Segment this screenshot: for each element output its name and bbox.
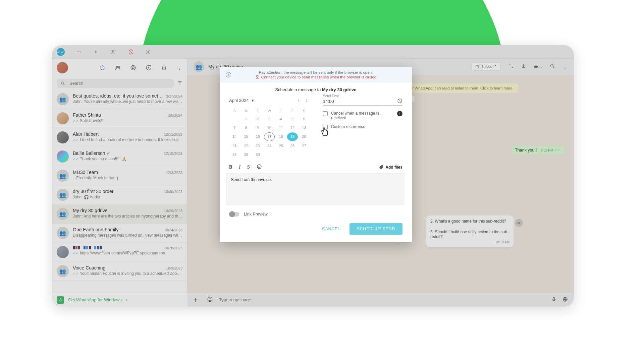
chat-list-item[interactable]: 👥My dry 30 gdrive10/29/2023John: And her… xyxy=(52,204,187,224)
tab-chats-icon[interactable]: ✓✓ xyxy=(57,48,65,56)
chat-list-item[interactable]: 👥Best quotes, ideas, etc. if you love so… xyxy=(52,90,187,109)
chat-list-item[interactable]: 👥dry 30 first 30 order10/30/2023John: 🎧 … xyxy=(52,185,187,204)
calendar-day-header: W xyxy=(264,108,275,114)
tab-messages-icon[interactable]: ▭ xyxy=(75,48,82,56)
info-dot-icon[interactable]: i xyxy=(397,111,402,116)
calendar-day[interactable]: 28 xyxy=(229,150,240,159)
schedule-modal: i Pay attention, the message will be sen… xyxy=(220,67,412,242)
calendar-day[interactable]: 30 xyxy=(252,150,263,159)
message-textarea[interactable]: Send Tom the invoice. xyxy=(226,173,405,205)
header-menu-icon[interactable]: ⋮ xyxy=(562,64,568,70)
calendar-day[interactable]: 27 xyxy=(299,142,310,150)
cancel-button[interactable]: CANCEL xyxy=(317,223,345,235)
time-input[interactable] xyxy=(323,97,402,106)
forward-icon[interactable]: ➦ xyxy=(515,219,523,227)
checkbox-icon[interactable] xyxy=(323,111,328,116)
chat-avatar[interactable]: 👥 xyxy=(194,61,204,72)
calendar-day[interactable]: 4 xyxy=(275,115,286,123)
message-input-bar: + xyxy=(187,293,574,307)
chat-item-avatar: 👥 xyxy=(57,93,69,105)
search-input[interactable]: Search xyxy=(57,79,174,88)
calendar-day[interactable]: 1 xyxy=(241,115,252,123)
sync-off-icon[interactable] xyxy=(127,48,135,56)
time-field[interactable]: Send Time xyxy=(323,97,402,106)
chat-item-name: Father Shinto xyxy=(73,112,101,118)
month-picker[interactable]: April 2024 ▾ xyxy=(229,98,293,103)
calendar-day[interactable]: 20 xyxy=(299,132,310,141)
chat-list-item[interactable]: Ballie Ballerson✔12/10/2023✓✓Thank you s… xyxy=(52,147,187,166)
calendar-day[interactable]: 6 xyxy=(299,115,310,123)
calendar-day[interactable]: 9 xyxy=(252,124,263,132)
calendar-day[interactable]: 23 xyxy=(252,142,263,150)
calendar-day[interactable]: 2 xyxy=(252,115,263,123)
chat-list-item[interactable]: Alan Halbert12/11/2023✓✓I tried to find … xyxy=(52,128,187,147)
custom-recurrence-option[interactable]: Custom recurrence xyxy=(323,124,402,129)
calendar-day[interactable]: 25 xyxy=(275,142,286,150)
calendar-day[interactable]: 22 xyxy=(241,142,252,150)
user-avatar[interactable] xyxy=(57,62,68,73)
notice-line-2[interactable]: Connect your device to send messages whe… xyxy=(261,75,376,79)
link-preview-toggle[interactable] xyxy=(229,212,239,217)
tab-sparkle-icon[interactable]: ✦ xyxy=(92,48,100,56)
chat-list-item[interactable]: 10/18/2023✓✓https://www.fiverr.com/s/WPz… xyxy=(52,243,187,262)
status-ring-icon[interactable] xyxy=(99,65,105,71)
calendar-day[interactable]: 16 xyxy=(252,132,263,141)
download-icon[interactable] xyxy=(521,63,526,70)
filter-icon[interactable] xyxy=(177,80,182,87)
calendar-day[interactable]: 3 xyxy=(264,115,275,123)
emoji-picker-icon[interactable] xyxy=(257,164,262,170)
tab-add-user-icon[interactable] xyxy=(110,48,117,56)
chat-item-avatar: 👥 xyxy=(57,170,69,182)
italic-icon[interactable]: I xyxy=(239,165,240,170)
chat-list-item[interactable]: Father Shinto2/5/2024✓✓Safe travels!!! xyxy=(52,109,187,128)
bold-icon[interactable]: B xyxy=(229,165,232,170)
chat-list-item[interactable]: 👥One Earth one Family10/24/2023Disappear… xyxy=(52,224,187,243)
channels-icon[interactable] xyxy=(130,65,136,71)
new-chat-icon[interactable] xyxy=(146,65,152,71)
calendar-day[interactable]: 19 xyxy=(287,132,298,141)
get-windows-banner[interactable]: ✆ Get WhatsApp for Windows › xyxy=(52,293,187,307)
chat-list-item[interactable]: 👥MD30 Team12/3/2023~ Frederik: Much bett… xyxy=(52,166,187,185)
calendar-day[interactable]: 17 xyxy=(264,132,275,141)
sidebar-menu-icon[interactable]: ⋮ xyxy=(176,65,182,71)
attach-icon[interactable]: + xyxy=(194,296,201,304)
calendar-day[interactable]: 5 xyxy=(287,115,298,123)
calendar-day[interactable]: 14 xyxy=(229,132,240,141)
prev-month-icon[interactable]: ‹ xyxy=(296,97,302,104)
calendar-day[interactable]: 8 xyxy=(241,124,252,132)
calendar-day[interactable]: 12 xyxy=(287,124,298,132)
expand-icon[interactable] xyxy=(508,63,514,70)
calendar-day[interactable]: 29 xyxy=(241,150,252,159)
communities-icon[interactable] xyxy=(115,65,121,71)
cancel-on-receive-option[interactable]: Cancel when a message is received i xyxy=(323,111,402,120)
strikethrough-icon[interactable]: S xyxy=(247,165,250,170)
mic-icon[interactable] xyxy=(551,297,556,303)
outgoing-bubble[interactable]: Thank you!! 9:32 PM ✓✓ xyxy=(512,146,565,155)
emoji-icon[interactable] xyxy=(207,296,213,303)
svg-point-5 xyxy=(131,65,136,70)
next-month-icon[interactable]: › xyxy=(304,97,310,104)
calendar-day[interactable]: 13 xyxy=(299,124,310,132)
paperclip-icon xyxy=(379,165,383,170)
chat-list-item[interactable]: 👥Voice Coaching10/9/2023✓✓Your: Susan Fo… xyxy=(52,262,187,281)
calendar-day[interactable]: 18 xyxy=(275,132,286,141)
calendar-day[interactable]: 26 xyxy=(287,142,298,150)
globe-icon[interactable] xyxy=(562,297,568,303)
dropdown-icon: ▾ xyxy=(252,98,254,103)
schedule-send-button[interactable]: SCHEDULE SEND xyxy=(350,223,402,235)
header-search-icon[interactable] xyxy=(550,63,555,70)
message-input[interactable] xyxy=(219,297,545,302)
calendar-day[interactable]: 21 xyxy=(229,142,240,150)
calendar-day[interactable]: 10 xyxy=(264,124,275,132)
video-call-icon[interactable]: ⌄ xyxy=(534,64,542,69)
calendar-day[interactable]: 24 xyxy=(264,142,275,150)
incoming-bubble[interactable]: 2. What's a good name for this sub-reddi… xyxy=(426,216,514,247)
gear-icon[interactable] xyxy=(145,48,152,56)
calendar-day[interactable]: 11 xyxy=(275,124,286,132)
archive-icon[interactable] xyxy=(161,65,167,71)
calendar-day[interactable]: 15 xyxy=(241,132,252,141)
add-files-button[interactable]: Add files xyxy=(379,165,402,170)
calendar-day[interactable]: 7 xyxy=(229,124,240,132)
tasks-button[interactable]: Tasks ⌃ xyxy=(472,63,501,71)
chat-item-date: 10/24/2023 xyxy=(164,228,182,232)
